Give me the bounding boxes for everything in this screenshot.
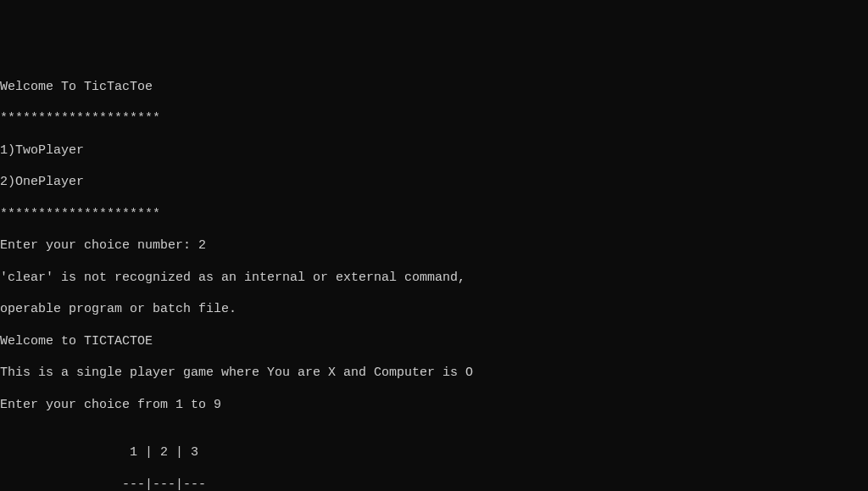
separator-2: ********************* <box>0 207 868 223</box>
error-line-1: 'clear' is not recognized as an internal… <box>0 271 868 287</box>
welcome-title: Welcome To TicTacToe <box>0 80 868 96</box>
game-welcome: Welcome to TICTACTOE <box>0 334 868 350</box>
game-choice-range: Enter your choice from 1 to 9 <box>0 398 868 414</box>
separator: ********************* <box>0 111 868 127</box>
board-ref-row1: 1 | 2 | 3 <box>0 445 868 461</box>
menu-option-1: 1)TwoPlayer <box>0 143 868 159</box>
choice-value: 2 <box>198 238 206 253</box>
board-ref-sep1: ---|---|--- <box>0 477 868 492</box>
terminal-output: Welcome To TicTacToe *******************… <box>0 64 868 491</box>
game-instructions: This is a single player game where You a… <box>0 365 868 382</box>
error-line-2: operable program or batch file. <box>0 302 868 318</box>
choice-prompt: Enter your choice number: <box>0 238 198 253</box>
menu-option-2: 2)OnePlayer <box>0 175 868 191</box>
choice-line: Enter your choice number: 2 <box>0 238 868 254</box>
